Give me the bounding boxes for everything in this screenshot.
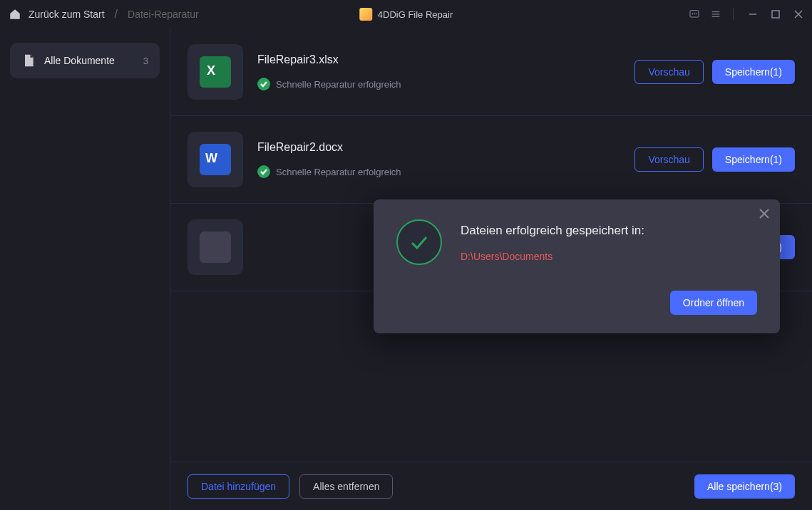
blank-icon bbox=[200, 231, 231, 263]
breadcrumb-current: Datei-Reparatur bbox=[128, 9, 199, 20]
preview-button[interactable]: Vorschau bbox=[634, 60, 703, 84]
file-thumbnail bbox=[187, 44, 243, 100]
file-name: FileRepair2.docx bbox=[257, 141, 620, 154]
open-folder-button[interactable]: Ordner öffnen bbox=[670, 291, 757, 315]
add-file-button[interactable]: Datei hinzufügen bbox=[187, 474, 289, 499]
status-text: Schnelle Reparatur erfolgreich bbox=[276, 79, 401, 90]
svg-rect-8 bbox=[772, 11, 779, 18]
sidebar: Alle Dokumente 3 bbox=[0, 28, 170, 510]
file-actions: VorschauSpeichern(1) bbox=[634, 60, 795, 84]
breadcrumb-separator: / bbox=[115, 8, 118, 21]
file-name: FileRepair3.xlsx bbox=[257, 53, 620, 66]
file-actions: VorschauSpeichern(1) bbox=[634, 147, 795, 172]
close-icon bbox=[759, 208, 770, 219]
breadcrumb: Zurück zum Start / Datei-Reparatur bbox=[9, 8, 199, 21]
file-status: Schnelle Reparatur erfolgreich bbox=[257, 165, 620, 178]
main-content: FileRepair3.xlsxSchnelle Reparatur erfol… bbox=[170, 28, 812, 510]
file-status: Schnelle Reparatur erfolgreich bbox=[257, 78, 620, 90]
dialog-title: Dateien erfolgreich gespeichert in: bbox=[461, 224, 757, 238]
docx-icon bbox=[200, 144, 231, 175]
home-icon[interactable] bbox=[9, 8, 21, 21]
sidebar-item-count: 3 bbox=[143, 56, 148, 66]
save-all-button[interactable]: Alle speichern(3) bbox=[694, 474, 795, 499]
remove-all-button[interactable]: Alles entfernen bbox=[299, 474, 393, 499]
app-title: 4DDiG File Repair bbox=[378, 9, 453, 20]
sidebar-item-label: Alle Dokumente bbox=[44, 55, 135, 66]
xlsx-icon bbox=[200, 56, 231, 88]
close-icon[interactable] bbox=[793, 9, 803, 19]
save-path[interactable]: D:\Users\Documents bbox=[461, 251, 757, 262]
save-success-dialog: Dateien erfolgreich gespeichert in: D:\U… bbox=[374, 199, 780, 333]
feedback-icon[interactable] bbox=[689, 9, 700, 20]
file-thumbnail bbox=[187, 219, 243, 275]
file-info: FileRepair2.docxSchnelle Reparatur erfol… bbox=[257, 141, 620, 178]
save-button[interactable]: Speichern(1) bbox=[712, 60, 795, 84]
maximize-icon[interactable] bbox=[771, 9, 781, 19]
back-link[interactable]: Zurück zum Start bbox=[29, 9, 105, 20]
file-thumbnail bbox=[187, 132, 243, 187]
file-row: FileRepair3.xlsxSchnelle Reparatur erfol… bbox=[170, 28, 812, 116]
titlebar-separator bbox=[733, 9, 734, 20]
app-title-block: 4DDiG File Repair bbox=[359, 8, 453, 21]
check-icon bbox=[257, 165, 270, 178]
preview-button[interactable]: Vorschau bbox=[634, 147, 703, 172]
menu-icon[interactable] bbox=[710, 9, 721, 20]
file-info: FileRepair3.xlsxSchnelle Reparatur erfol… bbox=[257, 53, 620, 90]
dialog-close-button[interactable] bbox=[759, 208, 770, 222]
check-icon bbox=[257, 78, 270, 90]
svg-point-2 bbox=[694, 14, 694, 14]
app-logo-icon bbox=[359, 8, 372, 21]
svg-point-3 bbox=[696, 14, 697, 14]
document-icon bbox=[21, 53, 36, 68]
save-button[interactable]: Speichern(1) bbox=[712, 147, 795, 172]
success-check-icon bbox=[396, 219, 442, 265]
minimize-icon[interactable] bbox=[748, 9, 758, 19]
titlebar: Zurück zum Start / Datei-Reparatur 4DDiG… bbox=[0, 0, 812, 28]
sidebar-item-all-documents[interactable]: Alle Dokumente 3 bbox=[10, 43, 160, 78]
file-row: FileRepair2.docxSchnelle Reparatur erfol… bbox=[170, 116, 812, 204]
svg-point-1 bbox=[692, 14, 693, 14]
titlebar-actions bbox=[689, 9, 803, 20]
status-text: Schnelle Reparatur erfolgreich bbox=[276, 167, 401, 177]
footer-bar: Datei hinzufügen Alles entfernen Alle sp… bbox=[170, 462, 812, 510]
